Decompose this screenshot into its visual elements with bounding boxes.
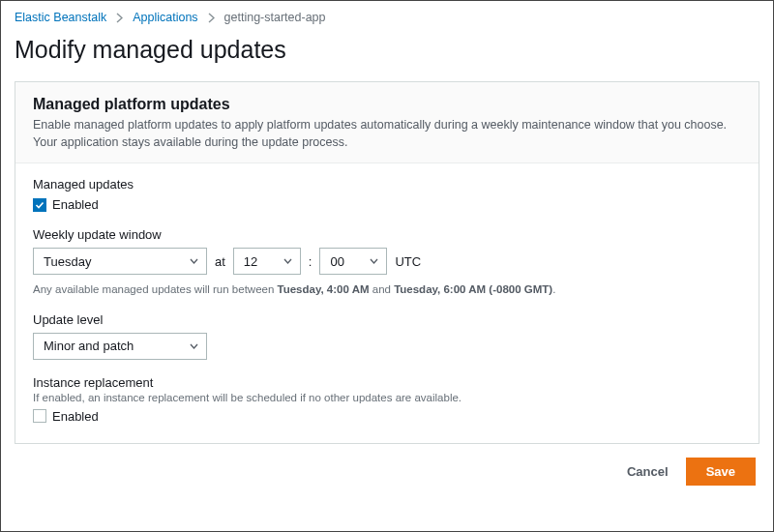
managed-updates-panel: Managed platform updates Enable managed …	[15, 81, 759, 444]
instance-replacement-checkbox[interactable]	[33, 409, 46, 423]
breadcrumb-current: getting-started-app	[224, 11, 326, 24]
managed-updates-label: Managed updates	[33, 177, 741, 192]
weekly-hour-value: 12	[244, 254, 257, 269]
instance-replacement-description: If enabled, an instance replacement will…	[33, 392, 741, 403]
update-level-select[interactable]: Minor and patch	[33, 333, 207, 360]
footer-actions: Cancel Save	[15, 444, 759, 495]
update-level-value: Minor and patch	[44, 339, 134, 353]
chevron-right-icon	[116, 13, 123, 23]
page-title: Modify managed updates	[15, 36, 759, 64]
weekly-window-helper: Any available managed updates will run b…	[33, 282, 741, 297]
panel-heading: Managed platform updates	[33, 96, 741, 113]
breadcrumb: Elastic Beanstalk Applications getting-s…	[15, 9, 759, 30]
weekly-day-value: Tuesday	[44, 254, 91, 269]
chevron-right-icon	[208, 13, 215, 23]
managed-updates-checkbox[interactable]	[33, 198, 46, 212]
weekly-minute-select[interactable]: 00	[319, 248, 387, 275]
breadcrumb-link-root[interactable]: Elastic Beanstalk	[15, 11, 106, 24]
chevron-down-icon	[190, 258, 198, 264]
weekly-hour-select[interactable]: 12	[233, 248, 301, 275]
chevron-down-icon	[283, 258, 292, 264]
instance-replacement-checkbox-label: Enabled	[52, 409, 99, 424]
chevron-down-icon	[190, 343, 198, 349]
weekly-colon: :	[309, 254, 313, 269]
save-button[interactable]: Save	[686, 458, 756, 486]
breadcrumb-link-applications[interactable]: Applications	[133, 11, 197, 24]
chevron-down-icon	[370, 258, 378, 264]
weekly-day-select[interactable]: Tuesday	[33, 248, 207, 275]
instance-replacement-label: Instance replacement	[33, 375, 741, 390]
weekly-window-label: Weekly update window	[33, 227, 741, 242]
panel-description: Enable managed platform updates to apply…	[33, 117, 741, 151]
managed-updates-checkbox-label: Enabled	[52, 197, 99, 212]
cancel-button[interactable]: Cancel	[627, 464, 669, 479]
update-level-label: Update level	[33, 312, 741, 327]
weekly-at-text: at	[215, 254, 225, 269]
weekly-minute-value: 00	[330, 254, 343, 269]
weekly-tz: UTC	[395, 254, 421, 269]
